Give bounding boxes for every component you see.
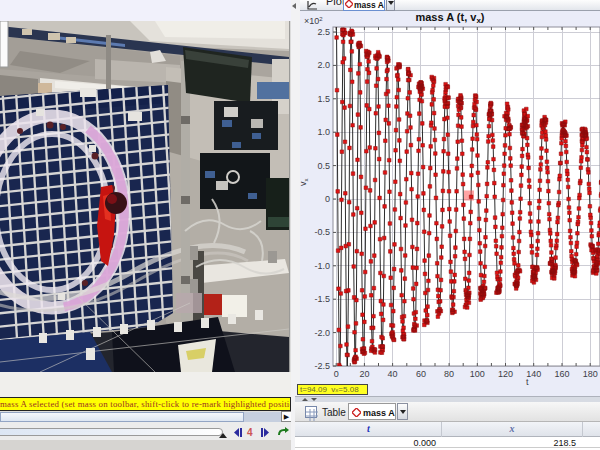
svg-text:60: 60: [416, 369, 426, 379]
svg-text:160: 160: [554, 369, 569, 379]
svg-text:-1.0: -1.0: [314, 261, 330, 271]
svg-text:80: 80: [444, 369, 454, 379]
svg-text:-0.5: -0.5: [314, 227, 330, 237]
svg-text:20: 20: [359, 369, 369, 379]
svg-text:100: 100: [470, 369, 485, 379]
svg-text:40: 40: [388, 369, 398, 379]
svg-text:0: 0: [325, 194, 330, 204]
svg-text:1.0: 1.0: [317, 127, 330, 137]
svg-text:0: 0: [334, 369, 339, 379]
svg-text:2.0: 2.0: [317, 60, 330, 70]
svg-text:-2.5: -2.5: [314, 361, 330, 371]
svg-text:-2.0: -2.0: [314, 328, 330, 338]
svg-text:-1.5: -1.5: [314, 294, 330, 304]
svg-text:1.5: 1.5: [317, 94, 330, 104]
svg-text:0.5: 0.5: [317, 161, 330, 171]
svg-text:mass A (t, vx): mass A (t, vx): [415, 11, 484, 25]
svg-text:180: 180: [583, 369, 598, 379]
svg-text:120: 120: [498, 369, 513, 379]
svg-text:2.5: 2.5: [317, 27, 330, 37]
